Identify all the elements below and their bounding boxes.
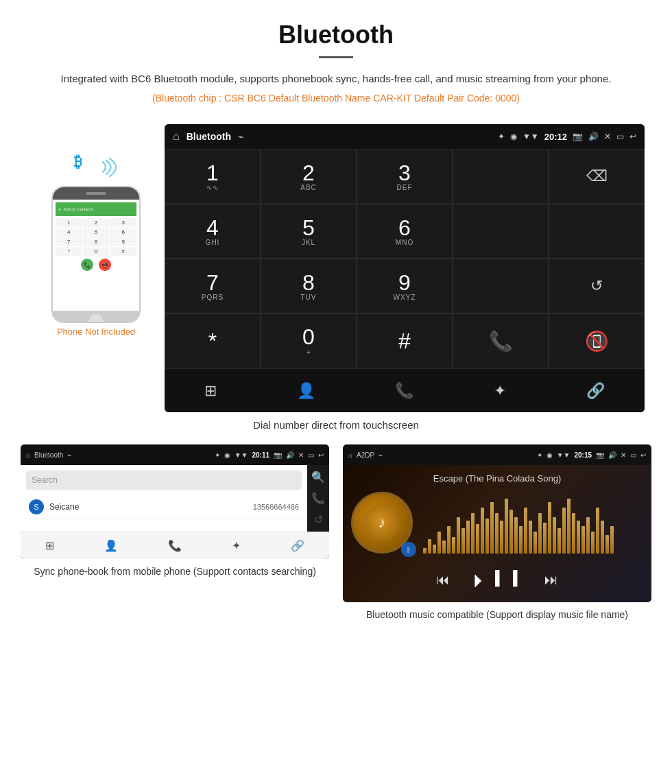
dial-letters-4: GHI [206,239,220,246]
pb-nav-phone[interactable]: 📞 [168,539,182,552]
dial-number-0: 0 [302,326,315,348]
dial-screen-wrapper: ⌂ Bluetooth ⌁ ✦ ◉ ▼▼ 20:12 📷 🔊 ✕ ▭ ↩ [165,124,645,412]
music-bt-badge: ᛒ [401,542,416,557]
phone-call-red[interactable]: 📵 [99,259,111,271]
pb-nav-bt[interactable]: ✦ [232,539,241,552]
pb-search-bar[interactable]: Search [26,471,302,490]
pb-phone-icon[interactable]: 📞 [311,492,325,505]
music-sb-right: ✦ ◉ ▼▼ 20:15 📷 🔊 ✕ ▭ ↩ [537,451,646,459]
music-playpause-button[interactable]: ⏵❙❙ [470,569,524,591]
android-statusbar: ⌂ Bluetooth ⌁ ✦ ◉ ▼▼ 20:12 📷 🔊 ✕ ▭ ↩ [165,124,645,149]
dial-key-star[interactable]: * [165,313,261,368]
main-section: ₿ + Add to Contacts 1 2 3 [0,124,672,412]
music-note-icon: ♪ [379,514,386,532]
home-icon[interactable]: ⌂ [173,130,180,143]
dial-key-empty-1 [453,149,549,204]
phone-home-button[interactable] [88,313,104,323]
dial-number-4: 4 [206,217,219,239]
phone-key-9[interactable]: 9 [110,237,136,246]
phone-key-5[interactable]: 5 [83,228,110,237]
dial-key-1[interactable]: 1 ∿∿ [165,149,261,204]
usb-icon: ⌁ [238,131,243,142]
dial-letters-9: WXYZ [394,294,416,301]
pb-camera-icon: 📷 [274,451,282,459]
dial-key-3[interactable]: 3 DEF [357,149,453,204]
phone-key-hash[interactable]: # [110,247,136,256]
pb-screen-icon: ▭ [308,451,314,459]
dial-key-empty-2 [453,204,549,259]
camera-status-icon: 📷 [573,132,583,141]
pb-signal-icon: ▼▼ [235,451,248,459]
music-album-art-container: ♪ ᛒ [351,492,413,554]
dial-key-2[interactable]: 2 ABC [261,149,357,204]
phone-area: ₿ + Add to Contacts 1 2 3 [27,124,165,337]
phone-dialpad: 1 2 3 4 5 6 7 8 9 * 0 # [56,218,136,256]
phonebook-screen: ⌂ Bluetooth ⌁ ✦ ◉ ▼▼ 20:11 📷 🔊 ✕ ▭ ↩ [21,444,329,559]
dial-key-0[interactable]: 0 + [261,313,357,368]
statusbar-left: ⌂ Bluetooth ⌁ [173,130,243,143]
phone-screen: + Add to Contacts 1 2 3 4 5 6 7 8 9 * 0 … [53,200,139,311]
pb-x-icon: ✕ [298,451,304,459]
pb-nav-grid[interactable]: ⊞ [45,539,54,552]
music-caption: Bluetooth music compatible (Support disp… [343,608,651,622]
dial-number-2: 2 [302,162,315,184]
music-controls: ⏮ ⏵❙❙ ⏭ [436,569,558,591]
phone-key-1[interactable]: 1 [56,218,82,227]
bottomnav-link-icon[interactable]: 🔗 [586,382,605,400]
bottomnav-grid-icon[interactable]: ⊞ [204,382,217,400]
phone-key-2[interactable]: 2 [83,218,110,227]
bottom-screenshots: ⌂ Bluetooth ⌁ ✦ ◉ ▼▼ 20:11 📷 🔊 ✕ ▭ ↩ [0,444,672,622]
pb-nav-link[interactable]: 🔗 [291,539,304,552]
dial-letters-3: DEF [397,184,413,191]
phone-call-bar: 📞 📵 [56,259,136,271]
dial-letters-5: JKL [302,239,315,246]
call-red-icon: 📵 [585,330,609,353]
music-home-icon[interactable]: ⌂ [348,451,352,459]
pb-search-icon[interactable]: 🔍 [311,471,325,484]
pb-vol-icon: 🔊 [286,451,294,459]
dial-key-9[interactable]: 9 WXYZ [357,259,453,313]
music-app-title: A2DP [357,451,374,459]
dial-number-hash: # [398,330,411,352]
bottomnav-contacts-icon[interactable]: 👤 [297,382,315,400]
phone-key-4[interactable]: 4 [56,228,82,237]
pb-back-icon[interactable]: ↩ [318,451,324,459]
phone-call-green[interactable]: 📞 [81,259,93,271]
pb-home-icon[interactable]: ⌂ [26,451,30,459]
pb-statusbar-left: ⌂ Bluetooth ⌁ [26,451,71,459]
phone-key-0[interactable]: 0 [83,247,110,256]
dial-number-9: 9 [398,272,411,294]
dial-key-5[interactable]: 5 JKL [261,204,357,259]
music-back-icon[interactable]: ↩ [640,451,646,459]
close-status-icon: ✕ [604,132,611,141]
phone-speaker [86,192,106,195]
pb-nav-contacts[interactable]: 👤 [104,539,118,552]
dial-call-green[interactable]: 📞 [453,313,549,368]
bluetooth-wave-icon: ₿ [74,153,82,171]
music-x-icon: ✕ [621,451,626,459]
pb-contact-name: Seicane [49,502,253,512]
dial-key-6[interactable]: 6 MNO [357,204,453,259]
music-prev-button[interactable]: ⏮ [436,572,450,588]
pb-sync-icon[interactable]: ↺ [314,513,323,526]
dial-call-red[interactable]: 📵 [549,313,645,368]
phone-key-7[interactable]: 7 [56,237,82,246]
phone-key-8[interactable]: 8 [83,237,110,246]
music-next-button[interactable]: ⏭ [544,572,558,588]
phone-key-3[interactable]: 3 [110,218,136,227]
page-title: Bluetooth [41,21,631,49]
bottomnav-phone-icon[interactable]: 📞 [395,382,413,400]
dial-number-1: 1 [206,162,219,184]
dial-key-4[interactable]: 4 GHI [165,204,261,259]
dial-key-hash[interactable]: # [357,313,453,368]
dial-backspace[interactable]: ⌫ [549,149,645,204]
dial-key-7[interactable]: 7 PQRS [165,259,261,313]
phone-key-6[interactable]: 6 [110,228,136,237]
statusbar-right: ✦ ◉ ▼▼ 20:12 📷 🔊 ✕ ▭ ↩ [498,132,636,142]
dial-number-star: * [208,330,217,352]
dial-reload[interactable]: ↺ [549,259,645,313]
music-album-area: ♪ ᛒ [351,492,643,554]
phone-key-star[interactable]: * [56,247,82,256]
dial-key-8[interactable]: 8 TUV [261,259,357,313]
bottomnav-bt-icon[interactable]: ✦ [494,382,506,400]
